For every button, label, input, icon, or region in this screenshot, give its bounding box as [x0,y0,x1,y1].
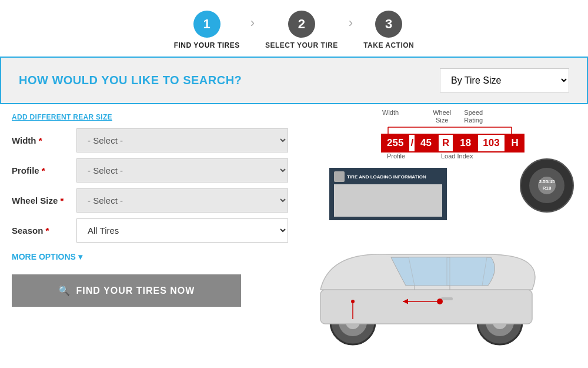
profile-row: Profile * - Select - [12,158,288,183]
profile-select[interactable]: - Select - [76,158,288,183]
load-index-diagram-label: Load Index [441,152,473,160]
step-3-circle: 3 [375,11,402,38]
width-required: * [39,135,42,145]
svg-text:R18: R18 [543,185,552,191]
tire-diagram: Width WheelSize SpeedRating 255 / 45 [300,104,588,363]
size-r: R [437,134,454,152]
add-rear-size-link[interactable]: ADD DIFFERENT REAR SIZE [12,113,112,121]
step-1-label: FIND YOUR TIRES [174,41,240,49]
wheel-size-label: Wheel Size * [12,195,76,205]
season-select[interactable]: All Tires Summer Winter All Season [76,218,288,243]
svg-rect-19 [441,297,453,300]
left-panel: ADD DIFFERENT REAR SIZE Width * - Select… [0,104,300,363]
info-card-title: TIRE AND LOADING INFORMATION [334,171,442,182]
svg-point-23 [351,300,355,303]
step-2-label: SELECT YOUR TIRE [265,41,338,49]
size-speed: H [506,134,524,152]
search-bar: HOW WOULD YOU LIKE TO SEARCH? By Tire Si… [0,57,588,104]
size-wheel: 18 [454,134,477,152]
step-2-circle: 2 [288,11,315,38]
width-row: Width * - Select - [12,128,288,152]
svg-text:2.55/45: 2.55/45 [539,179,555,184]
width-select[interactable]: - Select - [76,128,288,152]
wheel-size-select[interactable]: - Select - [76,188,288,213]
svg-rect-16 [320,290,532,324]
search-type-select[interactable]: By Tire Size By Vehicle By License Plate [440,68,569,92]
chevron-down-icon: ▾ [78,252,82,261]
step-arrow-1: › [250,15,255,31]
find-tires-button[interactable]: 🔍 FIND YOUR TIRES NOW [12,274,241,307]
size-width: 255 [381,134,409,152]
season-row: Season * All Tires Summer Winter All Sea… [12,218,288,243]
right-panel: Width WheelSize SpeedRating 255 / 45 [300,104,588,363]
svg-point-21 [437,299,443,304]
profile-label: Profile * [12,165,76,175]
tire-icon [334,171,345,182]
step-3: 3 TAKE ACTION [363,11,414,49]
search-question: HOW WOULD YOU LIKE TO SEARCH? [19,74,428,87]
size-slash: / [409,134,415,152]
main-content: ADD DIFFERENT REAR SIZE Width * - Select… [0,104,588,363]
season-label: Season * [12,226,76,236]
step-3-label: TAKE ACTION [363,41,414,49]
profile-required: * [42,165,45,175]
tire-size-display: 255 / 45 R 18 103 H [381,134,524,152]
size-profile: 45 [415,134,437,152]
stepper: 1 FIND YOUR TIRES › 2 SELECT YOUR TIRE ›… [0,0,588,57]
step-arrow-2: › [349,15,353,31]
step-1-circle: 1 [193,11,220,38]
car-image [288,198,576,352]
width-label: Width * [12,135,76,145]
step-1: 1 FIND YOUR TIRES [174,11,240,49]
wheel-required: * [61,195,64,205]
wheel-size-row: Wheel Size * - Select - [12,188,288,213]
season-required: * [46,226,49,236]
search-icon: 🔍 [58,285,71,296]
size-load: 103 [477,134,505,152]
more-options-link[interactable]: MORE OPTIONS ▾ [12,252,82,261]
step-2: 2 SELECT YOUR TIRE [265,11,338,49]
profile-diagram-label: Profile [387,152,405,160]
